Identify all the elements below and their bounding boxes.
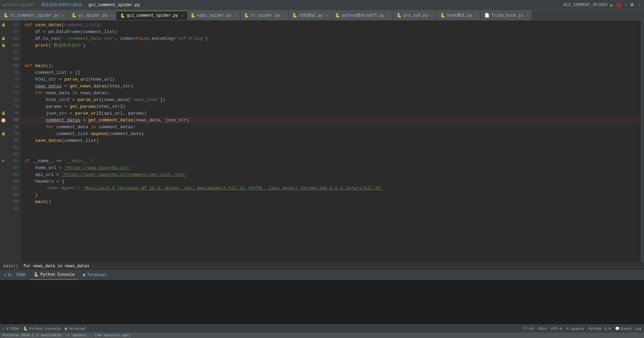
scrollbar-right[interactable] bbox=[641, 20, 644, 263]
run-config-label[interactable]: GCZ_COMMENT_SPIDER bbox=[563, 3, 608, 7]
code-line-82 bbox=[21, 151, 641, 158]
code-line-76: json_str = parse_url2(api_url, params) bbox=[21, 110, 641, 117]
gutter-line-72 bbox=[0, 83, 7, 90]
line-num-72: 72 bbox=[8, 83, 18, 90]
lock-icon: 🔒 bbox=[1, 42, 5, 49]
tab-gcz-comment-spider[interactable]: 🐍 gcz_comment_spider.py ✕ bbox=[117, 11, 187, 20]
update-text: PyCharm 2020.1.5 available: // Update...… bbox=[3, 333, 131, 337]
terminal-label: Terminal bbox=[87, 273, 107, 277]
file-encoding[interactable]: UTF-8 bbox=[551, 327, 562, 331]
code-content[interactable]: def save_datas(comment_list): df = pd.Da… bbox=[21, 20, 641, 263]
line-num-82: 82 bbox=[8, 151, 18, 158]
tab-tt-spider2[interactable]: 🐍 tt_spider.py ✕ bbox=[241, 11, 289, 20]
close-icon[interactable]: ✕ bbox=[387, 14, 390, 18]
stop-button[interactable]: ⏹ bbox=[630, 2, 634, 7]
indent-settings[interactable]: 4 spaces bbox=[566, 327, 584, 331]
close-icon[interactable]: ✕ bbox=[326, 14, 328, 18]
python-icon: 🐍 bbox=[244, 13, 249, 18]
close-icon[interactable]: ✕ bbox=[431, 14, 433, 18]
code-line-65: df.to_csv('./comment_data.csv', index=Fa… bbox=[21, 35, 641, 42]
tab-hook[interactable]: 🐍 hook测试.py ✕ bbox=[437, 11, 481, 20]
gutter-line-83[interactable]: ▶ bbox=[0, 158, 7, 165]
tab-tt-comment-spider[interactable]: 🐍 tt_comment_spider.py ✕ bbox=[0, 11, 68, 20]
line-num-85: 85 bbox=[8, 171, 18, 178]
gutter-line-67 bbox=[0, 49, 7, 56]
python-console-status[interactable]: 🐍 Python Console bbox=[23, 326, 61, 331]
tab-daima[interactable]: 🐍 代码调试.py ✕ bbox=[289, 11, 332, 20]
code-line-89: main() bbox=[21, 199, 641, 205]
run-marker-icon[interactable]: ▶ bbox=[2, 158, 5, 165]
python-icon: 🐍 bbox=[335, 13, 340, 18]
tab-python-console[interactable]: 🐍 Python Console bbox=[30, 270, 79, 280]
line-num-74: 74 bbox=[8, 97, 18, 103]
tab-terminal[interactable]: ▣ Terminal bbox=[79, 270, 111, 280]
python-icon: 🐍 bbox=[440, 13, 445, 18]
line-ending[interactable]: CRLF bbox=[538, 327, 547, 331]
line-num-79: 79 bbox=[8, 131, 18, 137]
gutter-line-84 bbox=[0, 165, 7, 171]
gutter-line-80 bbox=[0, 137, 7, 144]
line-num-75: 75 bbox=[8, 103, 18, 110]
bottom-content[interactable] bbox=[0, 280, 644, 324]
code-line-68 bbox=[21, 56, 641, 63]
python-console-status-label: Python Console bbox=[29, 327, 61, 331]
line-num-68: 68 bbox=[8, 56, 18, 63]
close-icon[interactable]: ✕ bbox=[181, 14, 183, 18]
tab-pachong[interactable]: 🐍 python爬虫小技巧.py ✕ bbox=[332, 11, 393, 20]
close-icon[interactable]: ✕ bbox=[62, 14, 64, 18]
close-icon[interactable]: ✕ bbox=[111, 14, 113, 18]
line-num-76: 76 bbox=[8, 110, 18, 117]
python-icon: 🐍 bbox=[397, 13, 402, 18]
lock-icon: 🔒 bbox=[1, 22, 5, 29]
problems-status[interactable]: ⚠ 6 TODO bbox=[3, 326, 19, 331]
run-button[interactable]: ▶ bbox=[610, 2, 614, 9]
python-version[interactable]: Python 3.8 bbox=[589, 327, 611, 331]
line-num-90: 90 bbox=[8, 205, 18, 212]
tab-frida-hook[interactable]: 📄 frida_hook.js ✕ bbox=[481, 11, 532, 20]
breadcrumb-folder[interactable]: 爬取观察者网评论数据 bbox=[41, 2, 82, 8]
close-icon[interactable]: ✕ bbox=[475, 14, 477, 18]
python-icon: 🐍 bbox=[191, 13, 196, 18]
line-num-80: 80 bbox=[8, 137, 18, 144]
line-num-83: 83 bbox=[8, 158, 18, 165]
line-num-69: 69 bbox=[8, 63, 18, 69]
python-console-label: Python Console bbox=[40, 272, 75, 277]
breakpoint-marker[interactable] bbox=[1, 118, 5, 122]
close-icon[interactable]: ✕ bbox=[526, 14, 528, 18]
gutter-line-65: 🔒 bbox=[0, 35, 7, 42]
terminal-status[interactable]: ▣ Terminal bbox=[65, 326, 86, 331]
gutter-line-79: 🔒 bbox=[0, 131, 7, 137]
code-line-87: 'User-Agent': 'Mozilla/5.0 (Windows NT 1… bbox=[21, 185, 641, 192]
breadcrumb-file[interactable]: gcz_comment_spider.py bbox=[88, 3, 140, 7]
lock-icon: 🔒 bbox=[1, 35, 5, 42]
gutter-line-85 bbox=[0, 171, 7, 178]
gutter-line-86 bbox=[0, 178, 7, 185]
breadcrumb-item-main[interactable]: main() bbox=[3, 264, 18, 269]
gutter-line-71 bbox=[0, 76, 7, 83]
code-editor: 🔒 🔒 🔒 🔒 🔒 ▶ bbox=[0, 20, 644, 263]
run-with-coverage[interactable]: ⚡ bbox=[625, 2, 627, 8]
debug-button[interactable]: 🐞 bbox=[616, 2, 622, 8]
code-line-75: params = get_params(html_str2) bbox=[21, 103, 641, 110]
update-bar[interactable]: PyCharm 2020.1.5 available: // Update...… bbox=[0, 333, 644, 338]
code-line-78: for comment_data in comment_datas: bbox=[21, 124, 641, 131]
breadcrumb-item-for[interactable]: for news_data in news_datas bbox=[23, 264, 89, 269]
tab-kqbz-spider[interactable]: 🐍 kqbz_spider.py ✕ bbox=[187, 11, 241, 20]
code-line-80: save_datas(comment_list) bbox=[21, 137, 641, 144]
project-name[interactable]: python-spider bbox=[3, 3, 35, 7]
tab-yx-spider[interactable]: 🐍 yx_spider.py ✕ bbox=[68, 11, 116, 20]
code-line-63: def save_datas(comment_list): bbox=[21, 22, 641, 29]
code-line-77: comment_datas = get_comment_datas(news_d… bbox=[21, 117, 641, 124]
more-options[interactable]: ⋮ bbox=[637, 2, 641, 7]
gutter-line-77[interactable] bbox=[0, 117, 7, 124]
event-log[interactable]: 💬 Event Log bbox=[615, 326, 641, 331]
cursor-position[interactable]: 77:63 bbox=[523, 327, 534, 331]
gutter-line-90 bbox=[0, 205, 7, 212]
close-icon[interactable]: ✕ bbox=[283, 14, 285, 18]
line-num-73: 73 bbox=[8, 90, 18, 97]
close-icon[interactable]: ✕ bbox=[235, 14, 237, 18]
tab-yrx[interactable]: 🐍 yrx_zy6.py ✕ bbox=[393, 11, 437, 20]
code-line-79: comment_list.append(comment_data) bbox=[21, 131, 641, 137]
tab-todo[interactable]: ☑ 6: TODO bbox=[0, 270, 30, 280]
problems-label: 6 bbox=[6, 327, 9, 331]
